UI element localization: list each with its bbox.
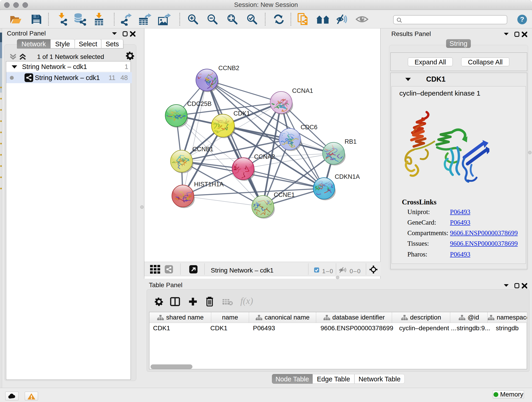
svg-text:CDC25B: CDC25B (187, 100, 212, 107)
svg-text:CDK1: CDK1 (234, 110, 250, 117)
svg-text:CCNA1: CCNA1 (292, 87, 313, 94)
svg-text:CCNE1: CCNE1 (274, 191, 295, 198)
svg-text:CDC6: CDC6 (301, 124, 317, 131)
svg-text:CCNB2: CCNB2 (218, 65, 239, 71)
svg-text:HIST1H1A: HIST1H1A (194, 181, 224, 188)
svg-text:CDKN1A: CDKN1A (335, 173, 360, 180)
svg-text:CCNB1: CCNB1 (192, 146, 214, 153)
svg-text:?: ? (520, 15, 524, 23)
svg-text:CCNA2: CCNA2 (254, 153, 275, 160)
svg-text:RB1: RB1 (345, 138, 357, 145)
